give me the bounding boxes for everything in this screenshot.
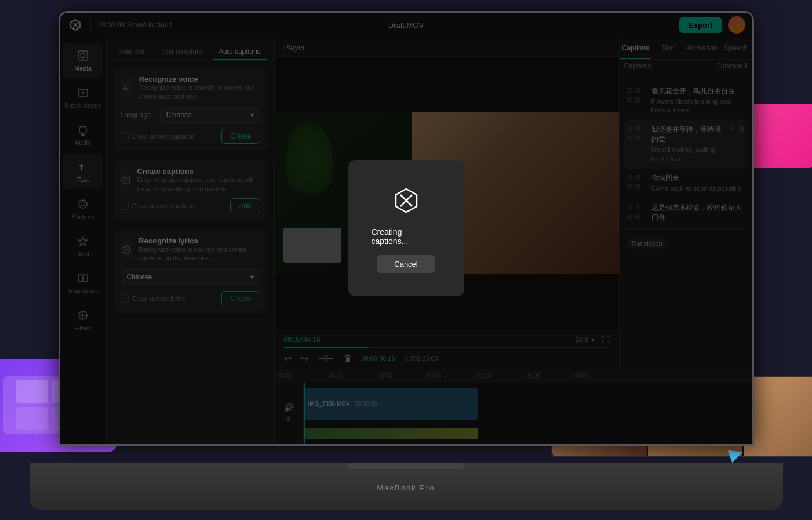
modal-title: Creating captions...: [372, 227, 441, 246]
modal-dialog: Creating captions... Cancel: [348, 160, 464, 296]
cancel-button[interactable]: Cancel: [377, 255, 435, 273]
laptop-base: MacBook Pro: [30, 463, 783, 510]
modal-overlay: Creating captions... Cancel: [60, 13, 752, 444]
laptop-hinge: [348, 463, 464, 469]
modal-logo: [389, 183, 424, 218]
laptop-label: MacBook Pro: [377, 483, 435, 492]
laptop-screen: 20:00:00 Saved in cloud Draft.MOV Export: [59, 11, 754, 446]
